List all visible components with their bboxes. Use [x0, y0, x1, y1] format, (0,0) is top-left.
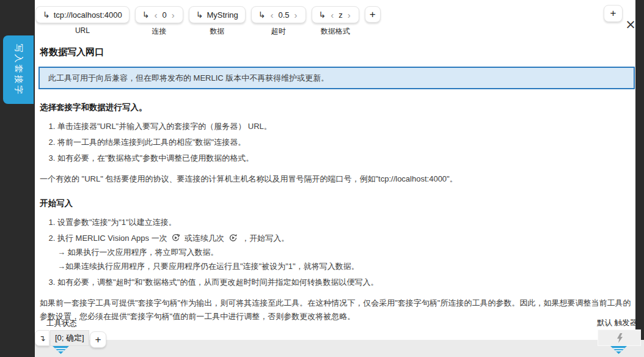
- down-arrow-connector-icon: ↴: [39, 334, 46, 342]
- status-value-badge[interactable]: [0; 确定]: [50, 330, 89, 346]
- connector-arrow-icon: ↳: [142, 10, 150, 19]
- page-title: 将数据写入网口: [40, 45, 635, 59]
- output-dock-chevron-icon[interactable]: [53, 346, 69, 354]
- list-item: 如有必要，调整"超时"和"数据格式"的值，从而更改超时时间并指定如何转换数据以便…: [57, 276, 635, 289]
- list-item: 设置参数"连接"为"1"以建立连接。: [57, 216, 635, 229]
- step2-subline-continuous: →如果连续执行应用程序，只要应用程序仍在运行且"连接"被设为"1"，就将写入数据…: [57, 260, 635, 273]
- close-icon[interactable]: ×: [624, 18, 637, 31]
- list-item: 单击连接器"URL"并输入要写入的套接字的（服务器） URL。: [57, 120, 635, 133]
- connector-timeout-value[interactable]: 0.5: [279, 10, 290, 20]
- connector-data-value[interactable]: MyString: [207, 10, 238, 20]
- connector-bar: ↳ tcp://localhost:4000 URL ↳ ‹ 0 › 连接 ↳ …: [35, 6, 381, 37]
- url-format-paragraph: 一个有效的 "URL" 包括要使用的协议、要连接的计算机主机名称以及用冒号隔开的…: [40, 172, 635, 185]
- steps-write-list: 设置参数"连接"为"1"以建立连接。 执行 MERLIC Vision Apps…: [38, 216, 635, 289]
- list-item: 执行 MERLIC Vision Apps 一次 或连续几次 ，开始写入。 → …: [57, 232, 635, 273]
- stepper-next-icon[interactable]: ›: [346, 10, 352, 20]
- connector-url-label: URL: [75, 26, 90, 35]
- connector-dataformat-value[interactable]: z: [338, 10, 343, 20]
- tool-status-label: 工具状态: [46, 318, 77, 329]
- help-content: 将数据写入网口 此工具可用于向后兼容，但在即将发布的 MERLIC 版本中不再获…: [38, 45, 635, 323]
- list-item: 如有必要，在"数据格式"参数中调整已使用数据的格式。: [57, 152, 635, 164]
- connector-arrow-icon: ↳: [43, 10, 50, 19]
- default-trigger-box[interactable]: [598, 329, 641, 346]
- trigger-dock-chevron-icon[interactable]: [610, 346, 627, 354]
- stepper-prev-icon[interactable]: ‹: [153, 10, 159, 20]
- connector-timeout: ↳ ‹ 0.5 › 超时: [251, 6, 306, 37]
- connector-connect-value[interactable]: 0: [163, 10, 167, 20]
- tab-write-socket-label: 写入套接字: [13, 44, 24, 96]
- connector-dataformat-label: 数据格式: [321, 26, 350, 37]
- status-connector[interactable]: ↴: [35, 330, 49, 346]
- socket-handle-paragraph: 如果前一套接字工具可提供"套接字句柄"作为输出，则可将其连接至此工具。在这种情况…: [40, 296, 635, 322]
- steps-select-list: 单击连接器"URL"并输入要写入的套接字的（服务器） URL。 将前一工具的结果…: [38, 120, 635, 164]
- connector-timeout-box[interactable]: ↳ ‹ 0.5 ›: [251, 6, 306, 23]
- step2-text-post: ，开始写入。: [241, 234, 289, 243]
- connector-connect-label: 连接: [152, 26, 166, 37]
- default-trigger-label: 默认 触发器: [594, 318, 640, 328]
- connector-url: ↳ tcp://localhost:4000 URL: [35, 6, 130, 35]
- footer-strip: [35, 340, 644, 357]
- stepper-prev-icon[interactable]: ‹: [269, 10, 275, 20]
- connector-url-box[interactable]: ↳ tcp://localhost:4000: [35, 6, 130, 23]
- section-heading-select: 选择套接字和数据进行写入。: [40, 101, 635, 114]
- connector-dataformat: ↳ ‹ z › 数据格式: [312, 6, 359, 37]
- connector-data: ↳ MyString 数据: [189, 6, 246, 37]
- stepper-next-icon[interactable]: ›: [170, 10, 176, 20]
- add-status-output-button[interactable]: +: [90, 331, 106, 348]
- step2-subline-once: → 如果执行一次应用程序，将立即写入数据。: [57, 246, 635, 259]
- stepper-next-icon[interactable]: ›: [293, 10, 299, 20]
- add-connector-button[interactable]: +: [365, 6, 381, 23]
- run-once-icon: [171, 234, 180, 242]
- connector-arrow-icon: ↳: [319, 10, 326, 19]
- list-item: 将前一工具的结果连接到此工具的相应"数据"连接器。: [57, 136, 635, 149]
- app-canvas: 写入套接字 ↳ tcp://localhost:4000 URL ↳ ‹ 0 ›…: [0, 0, 644, 357]
- stepper-prev-icon[interactable]: ‹: [329, 10, 335, 20]
- deprecation-notice: 此工具可用于向后兼容，但在即将发布的 MERLIC 版本中不再获得维护或更新。: [38, 67, 635, 89]
- connector-data-box[interactable]: ↳ MyString: [189, 6, 246, 23]
- section-heading-write: 开始写入: [40, 197, 635, 210]
- run-continuous-icon: [229, 234, 238, 242]
- connector-arrow-icon: ↳: [258, 10, 266, 19]
- add-panel-button[interactable]: +: [604, 5, 623, 22]
- step2-text-mid: 或连续几次: [185, 234, 224, 243]
- connector-arrow-icon: ↳: [196, 10, 203, 19]
- connector-connect: ↳ ‹ 0 › 连接: [135, 6, 183, 37]
- connector-timeout-label: 超时: [271, 26, 286, 37]
- connector-url-value[interactable]: tcp://localhost:4000: [54, 10, 122, 20]
- connector-connect-box[interactable]: ↳ ‹ 0 ›: [135, 6, 183, 23]
- tab-write-socket[interactable]: 写入套接字: [3, 35, 34, 104]
- connector-data-label: 数据: [210, 26, 224, 37]
- connector-dataformat-box[interactable]: ↳ ‹ z ›: [312, 6, 359, 23]
- step2-text-pre: 执行 MERLIC Vision Apps 一次: [57, 234, 167, 243]
- lightning-bolt-icon: [616, 333, 623, 343]
